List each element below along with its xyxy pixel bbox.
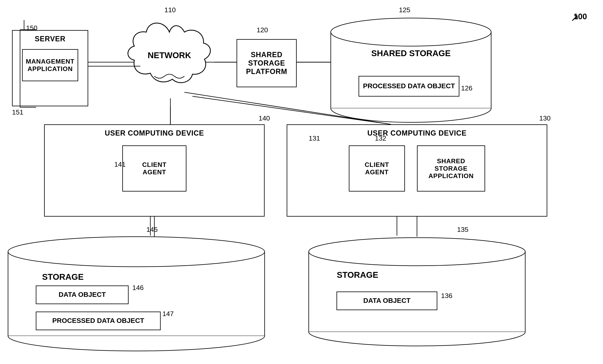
- user-computing-device-left-label: USER COMPUTING DEVICE: [105, 129, 204, 137]
- shared-storage-application-ref: 132: [375, 134, 386, 142]
- shared-storage-cylinder: SHARED STORAGE PROCESSED DATA OBJECT 125…: [329, 16, 493, 127]
- client-agent-right-label: CLIENTAGENT: [365, 161, 389, 176]
- client-agent-left-ref: 141: [114, 160, 126, 168]
- svg-text:STORAGE: STORAGE: [337, 270, 378, 280]
- svg-text:PROCESSED DATA OBJECT: PROCESSED DATA OBJECT: [363, 82, 455, 90]
- server-ref2: 151: [12, 108, 23, 116]
- server-ref: 150: [26, 24, 37, 32]
- user-computing-device-right-box: USER COMPUTING DEVICE CLIENTAGENT SHARED…: [287, 124, 547, 217]
- shared-storage-inner-ref: 126: [461, 84, 473, 92]
- svg-text:DATA OBJECT: DATA OBJECT: [363, 297, 411, 304]
- shared-storage-platform-ref: 120: [257, 26, 268, 34]
- shared-storage-application-label: SHAREDSTORAGEAPPLICATION: [429, 157, 474, 180]
- management-application-label: MANAGEMENTAPPLICATION: [26, 58, 75, 73]
- storage-right-cylinder: STORAGE DATA OBJECT 135 136: [307, 236, 527, 353]
- shared-storage-platform-label: SHAREDSTORAGEPLATFORM: [246, 50, 287, 76]
- client-agent-right-box: CLIENTAGENT: [349, 145, 405, 191]
- shared-storage-platform-box: SHAREDSTORAGEPLATFORM: [237, 39, 297, 87]
- server-box: SERVER MANAGEMENTAPPLICATION: [12, 30, 88, 106]
- management-application-box: MANAGEMENTAPPLICATION: [22, 49, 78, 81]
- server-label: SERVER: [35, 35, 65, 43]
- network-ref: 110: [164, 6, 176, 14]
- shared-storage-application-box: SHAREDSTORAGEAPPLICATION: [417, 145, 485, 191]
- svg-text:DATA OBJECT: DATA OBJECT: [58, 291, 106, 298]
- svg-point-23: [309, 238, 525, 266]
- user-computing-device-left-ref: 140: [259, 114, 270, 122]
- client-agent-right-ref: 131: [309, 134, 320, 142]
- user-computing-device-left-box: USER COMPUTING DEVICE CLIENTAGENT: [44, 124, 265, 217]
- svg-text:STORAGE: STORAGE: [42, 272, 84, 282]
- data-object-left-ref: 146: [132, 284, 144, 292]
- svg-point-11: [331, 18, 491, 46]
- diagram: 100 ↗ NETWORK 110 SERVER MANAGEMENTAPPLI…: [0, 0, 603, 364]
- processed-data-object-left-ref: 147: [162, 310, 174, 318]
- svg-text:PROCESSED DATA OBJECT: PROCESSED DATA OBJECT: [52, 317, 144, 324]
- figure-arrow: ↗: [570, 12, 579, 24]
- storage-right-ref: 135: [457, 226, 468, 234]
- svg-text:NETWORK: NETWORK: [148, 50, 191, 60]
- shared-storage-ref: 125: [399, 6, 410, 14]
- svg-text:SHARED STORAGE: SHARED STORAGE: [371, 48, 451, 58]
- user-computing-device-right-ref: 130: [539, 114, 551, 122]
- svg-point-16: [8, 237, 265, 267]
- client-agent-left-box: CLIENTAGENT: [122, 145, 186, 191]
- network-cloud: NETWORK 110: [124, 16, 214, 101]
- client-agent-left-label: CLIENTAGENT: [142, 161, 167, 176]
- storage-left-cylinder: STORAGE DATA OBJECT PROCESSED DATA OBJEC…: [6, 236, 267, 357]
- storage-left-ref: 145: [146, 226, 158, 234]
- data-object-right-ref: 136: [441, 292, 452, 300]
